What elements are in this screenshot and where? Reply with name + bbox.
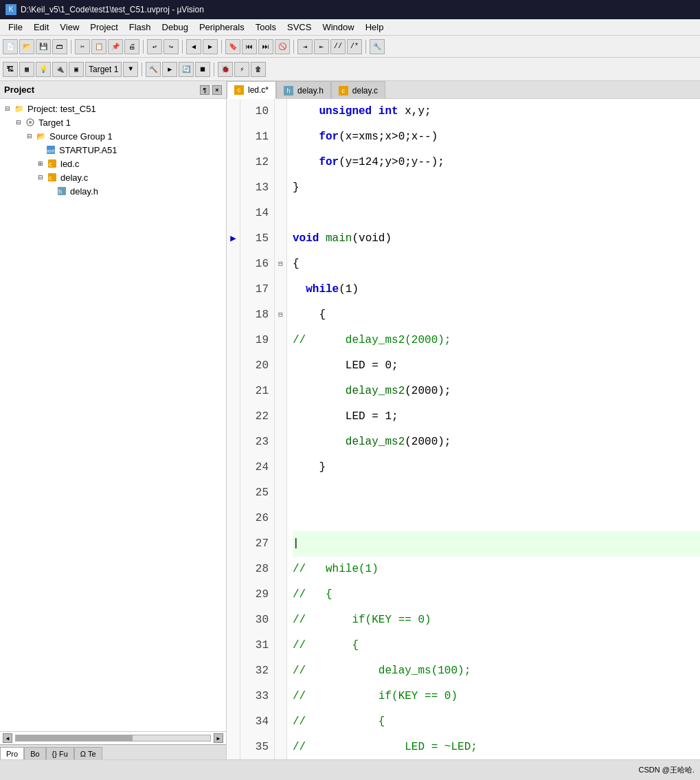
indent-btn[interactable]: ⇥ <box>297 39 313 54</box>
menu-item-tools[interactable]: Tools <box>250 21 282 34</box>
menu-item-file[interactable]: File <box>3 21 28 34</box>
comment-btn[interactable]: // <box>330 39 346 54</box>
sidebar-tab-3[interactable]: Ω Te <box>74 747 102 759</box>
prev-bookmark-btn[interactable]: ⏮ <box>242 39 257 54</box>
erase-btn[interactable]: 🗑 <box>251 62 266 77</box>
line-num-5: 15 <box>240 226 269 252</box>
uncomment-btn[interactable]: /* <box>347 39 362 54</box>
sidebar-tab-2[interactable]: {} Fu <box>46 747 74 759</box>
tree-item-0[interactable]: ⊟📁Project: test_C51 <box>0 102 226 115</box>
line-num-3: 13 <box>240 175 269 201</box>
unindent-btn[interactable]: ⇤ <box>314 39 329 54</box>
chip2-btn[interactable]: 🔌 <box>52 62 67 77</box>
tree-expander-1[interactable]: ⊟ <box>14 118 23 127</box>
back-btn[interactable]: ◀ <box>186 39 201 54</box>
sidebar-close-btn[interactable]: × <box>212 85 222 95</box>
grid-btn[interactable]: ▦ <box>19 62 34 77</box>
tree-label-2: Source Group 1 <box>49 131 113 142</box>
menu-item-project[interactable]: Project <box>84 21 123 34</box>
fold-row-6: ⊟ <box>275 252 286 277</box>
menu-item-svcs[interactable]: SVCS <box>282 21 317 34</box>
tree-item-1[interactable]: ⊟Target 1 <box>0 115 226 129</box>
fold-row-15 <box>275 480 286 506</box>
sidebar-tab-0[interactable]: Pro <box>0 747 24 759</box>
open-btn[interactable]: 📂 <box>19 39 34 54</box>
tab-label-2: delay.c <box>352 86 378 96</box>
tree-expander-2[interactable]: ⊟ <box>25 131 34 141</box>
code-line-12: LED = 1; <box>293 404 700 430</box>
code-lines[interactable]: unsigned int x,y; for(x=xms;x>0;x--) for… <box>287 99 700 759</box>
tree-icon-0: 📁 <box>14 103 25 114</box>
line-num-25: 35 <box>240 735 269 759</box>
extra-btn[interactable]: 🔧 <box>370 39 385 54</box>
paste-btn[interactable]: 📌 <box>108 39 123 54</box>
fold-row-18 <box>275 557 286 582</box>
title-icon: K <box>5 4 16 15</box>
target-selector[interactable]: Target 1 <box>85 62 122 77</box>
chip-btn[interactable]: 💡 <box>36 62 51 77</box>
fold-row-14 <box>275 455 286 480</box>
fold-row-0 <box>275 99 286 124</box>
editor-tab-2[interactable]: cdelay.c <box>331 81 385 99</box>
copy-btn[interactable]: 📋 <box>91 39 106 54</box>
bookmark-btn[interactable]: 🔖 <box>225 39 240 54</box>
code-line-8: { <box>293 302 700 328</box>
menu-item-window[interactable]: Window <box>317 21 359 34</box>
tree-expander-5[interactable]: ⊟ <box>36 172 45 182</box>
build-target-btn[interactable]: 🔨 <box>146 62 161 77</box>
sidebar-pin-btn[interactable]: ¶ <box>200 85 210 95</box>
tab-label-1: delay.h <box>297 86 324 96</box>
save-btn[interactable]: 💾 <box>36 39 51 54</box>
menu-item-help[interactable]: Help <box>360 21 389 34</box>
code-line-18: // while(1) <box>293 557 700 582</box>
undo-btn[interactable]: ↩ <box>147 39 162 54</box>
menu-item-peripherals[interactable]: Peripherals <box>194 21 250 34</box>
tree-expander-0[interactable]: ⊟ <box>3 104 12 113</box>
tree-item-4[interactable]: ⊞cled.c <box>0 157 226 170</box>
gutter-row-8 <box>227 302 240 328</box>
new-btn[interactable]: 📄 <box>3 39 18 54</box>
clear-bookmark-btn[interactable]: 🚫 <box>275 39 290 54</box>
sidebar-tabs: ProBo{} FuΩ Te <box>0 744 226 759</box>
project-btn[interactable]: 🏗 <box>3 62 18 77</box>
redo-btn[interactable]: ↪ <box>163 39 179 54</box>
print-btn[interactable]: 🖨 <box>124 39 139 54</box>
sep4 <box>221 40 222 54</box>
fold-row-22 <box>275 658 286 684</box>
rebuild-btn[interactable]: 🔄 <box>179 62 194 77</box>
build-btn[interactable]: ▶ <box>162 62 177 77</box>
target-dropdown[interactable]: ▼ <box>123 62 138 77</box>
tree-item-3[interactable]: asmSTARTUP.A51 <box>0 143 226 157</box>
sidebar-scrollthumb[interactable] <box>16 735 133 741</box>
tree-item-2[interactable]: ⊟📂Source Group 1 <box>0 129 226 143</box>
scroll-right-btn[interactable]: ▶ <box>214 733 223 743</box>
gutter-row-16 <box>227 505 240 531</box>
menu-item-view[interactable]: View <box>54 21 84 34</box>
menu-item-edit[interactable]: Edit <box>28 21 54 34</box>
code-editor[interactable]: ▶ 10111213141516171819202122232425262728… <box>227 99 700 759</box>
sidebar-scrolltrack[interactable] <box>15 735 211 742</box>
menu-item-flash[interactable]: Flash <box>124 21 157 34</box>
tree-item-6[interactable]: hdelay.h <box>0 184 226 198</box>
editor-tab-0[interactable]: cled.c* <box>227 81 276 99</box>
scroll-left-btn[interactable]: ◀ <box>3 733 12 743</box>
tab-icon-2: c <box>339 86 348 96</box>
tab-icon-1: h <box>284 86 293 96</box>
chip3-btn[interactable]: ▣ <box>69 62 84 77</box>
save-all-btn[interactable]: 🗃 <box>52 39 67 54</box>
tree-expander-4[interactable]: ⊞ <box>36 159 45 168</box>
menu-item-debug[interactable]: Debug <box>157 21 194 34</box>
stop-btn[interactable]: ⏹ <box>195 62 210 77</box>
next-bookmark-btn[interactable]: ⏭ <box>258 39 273 54</box>
flash-btn[interactable]: ⚡ <box>234 62 249 77</box>
editor-tab-1[interactable]: hdelay.h <box>276 81 331 99</box>
sep6 <box>365 40 366 54</box>
cut-btn[interactable]: ✂ <box>75 39 90 54</box>
sidebar-tab-1[interactable]: Bo <box>24 747 45 759</box>
fold-row-10 <box>275 353 286 379</box>
tab-label-0: led.c* <box>248 85 269 95</box>
forward-btn[interactable]: ▶ <box>203 39 218 54</box>
debug-btn[interactable]: 🐞 <box>218 62 233 77</box>
tree-item-5[interactable]: ⊟cdelay.c <box>0 170 226 184</box>
line-num-20: 30 <box>240 608 269 633</box>
